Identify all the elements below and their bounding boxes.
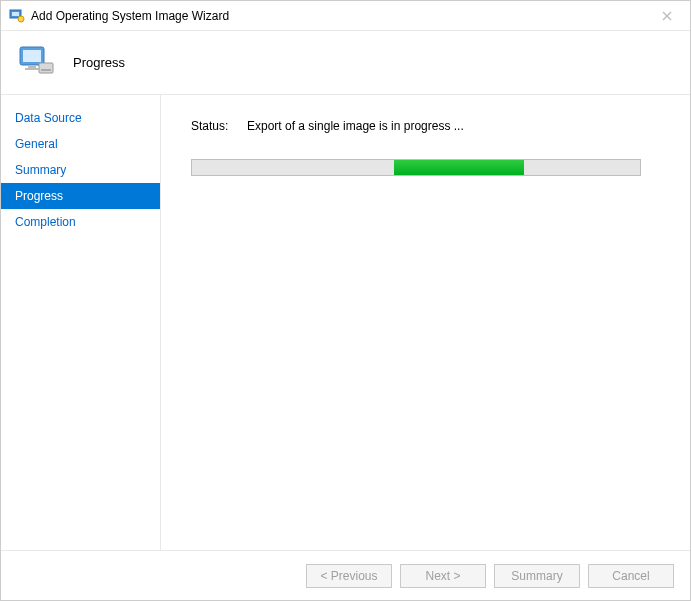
sidebar-item-progress[interactable]: Progress — [1, 183, 160, 209]
wizard-footer: < Previous Next > Summary Cancel — [1, 550, 690, 600]
summary-button: Summary — [494, 564, 580, 588]
wizard-body: Data Source General Summary Progress Com… — [1, 95, 690, 550]
svg-point-2 — [18, 16, 24, 22]
svg-rect-8 — [41, 69, 51, 71]
sidebar: Data Source General Summary Progress Com… — [1, 95, 161, 550]
progress-bar — [191, 159, 641, 176]
next-button: Next > — [400, 564, 486, 588]
titlebar: Add Operating System Image Wizard — [1, 1, 690, 31]
svg-rect-1 — [12, 12, 19, 16]
page-title: Progress — [73, 55, 125, 70]
close-icon — [652, 6, 682, 26]
wizard-window: Add Operating System Image Wizard Progre… — [0, 0, 691, 601]
previous-button: < Previous — [306, 564, 392, 588]
svg-rect-9 — [28, 65, 36, 68]
sidebar-item-summary[interactable]: Summary — [1, 157, 160, 183]
status-row: Status: Export of a single image is in p… — [191, 119, 670, 133]
app-icon — [9, 8, 25, 24]
window-title: Add Operating System Image Wizard — [31, 9, 652, 23]
sidebar-item-general[interactable]: General — [1, 131, 160, 157]
status-text: Export of a single image is in progress … — [247, 119, 464, 133]
sidebar-item-data-source[interactable]: Data Source — [1, 105, 160, 131]
sidebar-item-completion[interactable]: Completion — [1, 209, 160, 235]
computer-icon — [17, 43, 57, 83]
svg-rect-10 — [25, 68, 39, 70]
progress-bar-fill — [394, 160, 524, 175]
content-area: Status: Export of a single image is in p… — [161, 95, 690, 550]
wizard-header: Progress — [1, 31, 690, 95]
svg-rect-6 — [23, 50, 41, 62]
svg-rect-7 — [39, 63, 53, 73]
cancel-button: Cancel — [588, 564, 674, 588]
status-label: Status: — [191, 119, 247, 133]
